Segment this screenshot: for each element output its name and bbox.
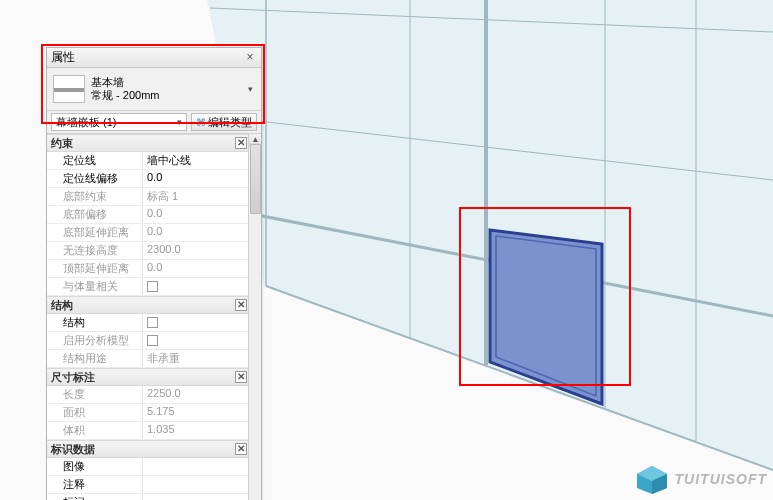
property-row: 与体量相关 (47, 278, 261, 296)
collapse-icon[interactable]: ✕ (235, 137, 247, 149)
property-label: 面积 (47, 404, 143, 421)
property-value[interactable]: 0.0 (143, 170, 261, 187)
property-label: 底部延伸距离 (47, 224, 143, 241)
property-row: 底部约束标高 1 (47, 188, 261, 206)
property-value: 非承重 (143, 350, 261, 367)
scrollbar-thumb[interactable] (250, 144, 261, 214)
type-text: 基本墙 常规 - 200mm (91, 76, 246, 102)
property-row: 启用分析模型 (47, 332, 261, 350)
property-value: 2300.0 (143, 242, 261, 259)
type-family: 基本墙 (91, 76, 246, 89)
checkbox (147, 281, 158, 292)
type-thumbnail-icon (53, 75, 85, 103)
property-row: 长度2250.0 (47, 386, 261, 404)
panel-title: 属性 (51, 49, 75, 66)
checkbox[interactable] (147, 317, 158, 328)
property-label: 结构用途 (47, 350, 143, 367)
type-name: 常规 - 200mm (91, 89, 246, 102)
watermark-logo-icon (635, 464, 669, 494)
watermark: TUITUISOFT (635, 464, 767, 494)
property-value: 标高 1 (143, 188, 261, 205)
property-row: 底部偏移0.0 (47, 206, 261, 224)
properties-panel: 属性 × 基本墙 常规 - 200mm ▾ 幕墙嵌板 (1) ▾ ⌘ 编辑类型 … (46, 47, 262, 500)
property-label: 注释 (47, 476, 143, 493)
property-value[interactable] (143, 458, 261, 475)
property-label: 启用分析模型 (47, 332, 143, 349)
property-value (143, 332, 261, 349)
category-header[interactable]: 结构✕ (47, 296, 261, 314)
property-row[interactable]: 图像 (47, 458, 261, 476)
property-row[interactable]: 定位线墙中心线 (47, 152, 261, 170)
checkbox (147, 335, 158, 346)
chevron-down-icon[interactable]: ▾ (246, 84, 255, 94)
property-value: 2250.0 (143, 386, 261, 403)
instance-dropdown[interactable]: 幕墙嵌板 (1) ▾ (51, 113, 187, 131)
property-row: 体积1.035 (47, 422, 261, 440)
category-header[interactable]: 标识数据✕ (47, 440, 261, 458)
collapse-icon[interactable]: ✕ (235, 443, 247, 455)
property-row[interactable]: 标记 (47, 494, 261, 500)
category-name: 标识数据 (51, 442, 95, 457)
property-label: 顶部延伸距离 (47, 260, 143, 277)
property-value: 0.0 (143, 224, 261, 241)
property-grid: 约束✕定位线墙中心线定位线偏移0.0底部约束标高 1底部偏移0.0底部延伸距离0… (47, 134, 261, 500)
category-name: 约束 (51, 136, 73, 151)
edit-type-button[interactable]: ⌘ 编辑类型 (191, 113, 257, 131)
property-value[interactable] (143, 314, 261, 331)
category-name: 尺寸标注 (51, 370, 95, 385)
property-value: 0.0 (143, 260, 261, 277)
type-selector[interactable]: 基本墙 常规 - 200mm ▾ (47, 68, 261, 111)
property-row: 无连接高度2300.0 (47, 242, 261, 260)
property-label: 底部约束 (47, 188, 143, 205)
category-name: 结构 (51, 298, 73, 313)
property-row: 面积5.175 (47, 404, 261, 422)
collapse-icon[interactable]: ✕ (235, 371, 247, 383)
property-label: 标记 (47, 494, 143, 500)
edit-type-label: 编辑类型 (208, 115, 252, 130)
property-value: 5.175 (143, 404, 261, 421)
property-value[interactable] (143, 494, 261, 500)
property-row: 结构用途非承重 (47, 350, 261, 368)
property-value: 0.0 (143, 206, 261, 223)
property-label: 图像 (47, 458, 143, 475)
collapse-icon[interactable]: ✕ (235, 299, 247, 311)
property-label: 无连接高度 (47, 242, 143, 259)
chevron-down-icon: ▾ (177, 114, 182, 130)
property-value[interactable] (143, 476, 261, 493)
property-row[interactable]: 注释 (47, 476, 261, 494)
property-label: 底部偏移 (47, 206, 143, 223)
property-label: 定位线 (47, 152, 143, 169)
property-value[interactable]: 墙中心线 (143, 152, 261, 169)
instance-label: 幕墙嵌板 (1) (56, 114, 117, 130)
property-label: 体积 (47, 422, 143, 439)
property-label: 与体量相关 (47, 278, 143, 295)
property-value: 1.035 (143, 422, 261, 439)
property-row[interactable]: 定位线偏移0.0 (47, 170, 261, 188)
property-row: 底部延伸距离0.0 (47, 224, 261, 242)
property-label: 结构 (47, 314, 143, 331)
category-header[interactable]: 约束✕ (47, 134, 261, 152)
scrollbar[interactable]: ▲ ▼ (248, 134, 261, 500)
property-row[interactable]: 结构 (47, 314, 261, 332)
property-label: 长度 (47, 386, 143, 403)
category-header[interactable]: 尺寸标注✕ (47, 368, 261, 386)
property-label: 定位线偏移 (47, 170, 143, 187)
watermark-text: TUITUISOFT (675, 471, 767, 487)
panel-header[interactable]: 属性 × (47, 48, 261, 68)
instance-row: 幕墙嵌板 (1) ▾ ⌘ 编辑类型 (47, 111, 261, 134)
edit-type-icon: ⌘ (196, 117, 206, 128)
property-row: 顶部延伸距离0.0 (47, 260, 261, 278)
close-icon[interactable]: × (243, 51, 257, 65)
property-value (143, 278, 261, 295)
